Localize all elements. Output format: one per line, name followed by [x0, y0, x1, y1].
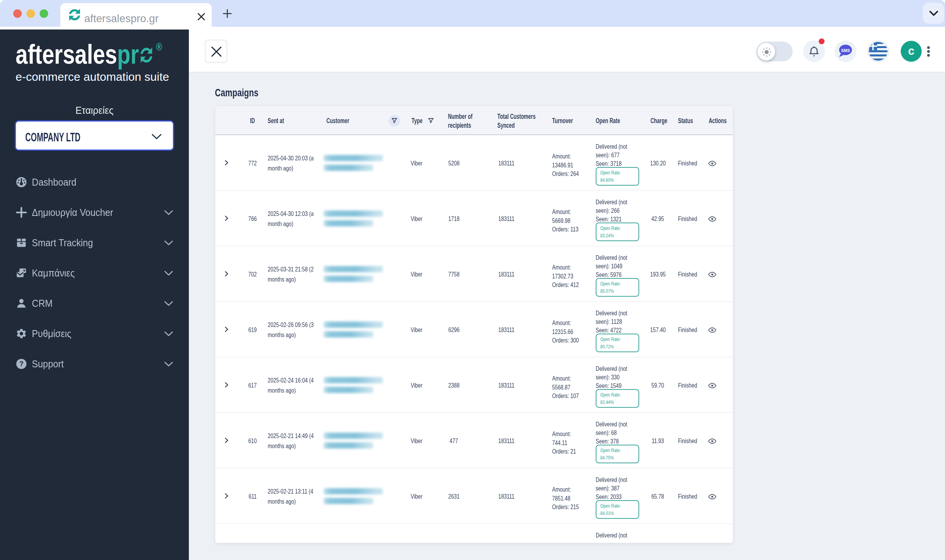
- svg-text:?: ?: [19, 360, 24, 368]
- svg-text:SMS: SMS: [841, 48, 850, 53]
